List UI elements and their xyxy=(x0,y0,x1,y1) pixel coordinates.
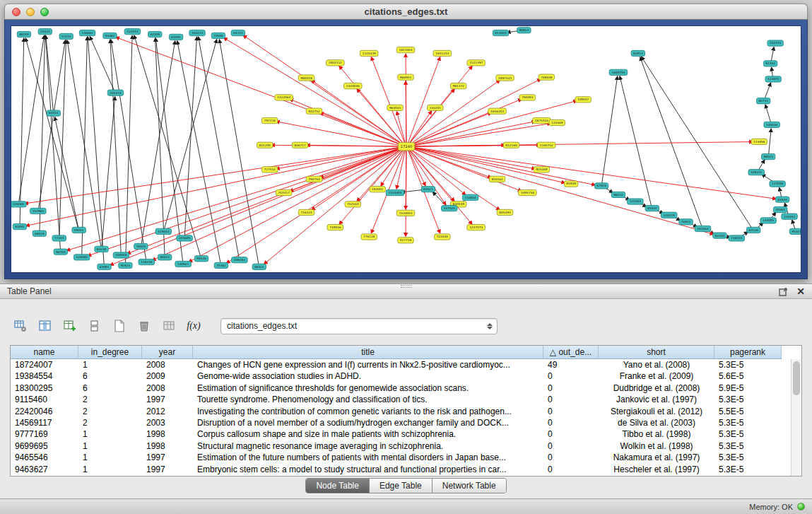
table-cell[interactable]: 18300295 xyxy=(11,382,78,394)
graph-node[interactable]: 776118 xyxy=(361,234,377,240)
graph-node[interactable]: 118230 xyxy=(139,259,155,264)
graph-node[interactable]: 92450 xyxy=(713,233,726,238)
graph-node[interactable]: 73598 xyxy=(211,33,225,38)
table-cell[interactable]: 0 xyxy=(543,440,599,452)
table-cell[interactable]: 5.3E-5 xyxy=(714,428,782,440)
table-cell[interactable]: de Silva et al. (2003) xyxy=(599,417,714,428)
graph-node[interactable]: 86159 xyxy=(17,31,30,37)
table-cell[interactable]: Tibbo et al. (1998) xyxy=(599,428,714,440)
graph-node[interactable]: 103562 xyxy=(695,226,711,231)
graph-node[interactable]: 136402 xyxy=(79,30,95,35)
graph-node[interactable]: 748508 xyxy=(539,74,555,80)
select-columns-icon[interactable] xyxy=(36,317,54,335)
table-cell[interactable]: Dudbridge et al. (2008) xyxy=(599,382,714,394)
table-cell[interactable]: 6 xyxy=(78,370,142,382)
graph-node[interactable]: 84015 xyxy=(47,110,60,116)
graph-node[interactable]: 82913 xyxy=(631,50,645,56)
graph-node[interactable]: 110453 xyxy=(782,214,798,219)
graph-node[interactable]: 85034 xyxy=(645,206,659,211)
panel-resize-grip[interactable] xyxy=(401,285,412,288)
graph-node[interactable]: 76025 xyxy=(134,243,148,249)
table-cell[interactable]: 2003 xyxy=(142,417,193,428)
network-selector[interactable]: citations_edges.txt xyxy=(220,318,498,334)
graph-node[interactable]: 963043 xyxy=(387,105,404,110)
table-cell[interactable]: 0 xyxy=(543,464,599,475)
graph-node[interactable]: 816162 xyxy=(489,176,505,182)
table-cell[interactable]: 5.6E-5 xyxy=(714,370,782,382)
import-table-icon[interactable] xyxy=(160,317,178,335)
table-cell[interactable]: 1997 xyxy=(142,464,193,475)
new-table-icon[interactable] xyxy=(110,317,129,335)
graph-node[interactable]: 123870 xyxy=(765,76,782,82)
graph-node[interactable]: 1534054 xyxy=(396,210,415,216)
graph-node[interactable]: 119043 xyxy=(155,228,172,234)
graph-node[interactable]: 118203 xyxy=(729,235,745,241)
graph-node[interactable]: 980018 xyxy=(298,75,314,81)
graph-node[interactable]: 183002 xyxy=(370,187,386,192)
table-cell[interactable]: 22420046 xyxy=(11,406,78,417)
table-cell[interactable]: Yano et al. (2008) xyxy=(599,359,714,370)
table-panel-header[interactable]: Table Panel ✕ xyxy=(0,284,812,299)
graph-node[interactable]: 63091 xyxy=(98,264,111,269)
graph-node[interactable]: 701417 xyxy=(276,189,292,195)
graph-node[interactable]: 966951 xyxy=(398,74,414,80)
graph-node[interactable]: 1422063 xyxy=(275,95,293,100)
graph-node[interactable]: 1153405 xyxy=(386,189,404,195)
table-cell[interactable]: Stergiakouli et al. (2012) xyxy=(599,406,714,417)
close-panel-icon[interactable]: ✕ xyxy=(796,286,805,296)
table-cell[interactable]: 2 xyxy=(78,394,142,405)
table-cell[interactable]: 2008 xyxy=(142,382,193,394)
graph-node[interactable]: 1802112 xyxy=(326,60,345,66)
float-panel-icon[interactable] xyxy=(779,287,788,296)
graph-node[interactable]: 76841 xyxy=(679,219,693,225)
graph-node[interactable]: 1875516 xyxy=(533,117,551,123)
table-cell[interactable]: Estimation of significance thresholds fo… xyxy=(193,382,543,394)
graph-node[interactable]: 125034 xyxy=(124,29,141,35)
graph-node[interactable]: 67919 xyxy=(594,183,608,189)
graph-node[interactable]: 140236 xyxy=(764,122,780,127)
table-cell[interactable]: 5.3E-5 xyxy=(714,440,782,452)
graph-node[interactable]: 102415 xyxy=(767,40,784,46)
table-cell[interactable]: Franke et al. (2009) xyxy=(599,370,714,382)
window-titlebar[interactable]: citations_edges.txt xyxy=(4,4,808,20)
graph-node[interactable]: 81091 xyxy=(13,223,26,229)
table-cell[interactable]: 14569117 xyxy=(11,417,78,428)
table-cell[interactable]: 5.3E-5 xyxy=(714,452,782,463)
graph-node[interactable]: 727512 xyxy=(261,167,278,173)
table-cell[interactable]: 9463627 xyxy=(11,464,78,475)
table-cell[interactable]: 19384554 xyxy=(11,370,78,382)
table-cell[interactable]: 0 xyxy=(543,452,599,463)
graph-node[interactable]: 87126 xyxy=(747,227,760,233)
graph-node[interactable]: 90813 xyxy=(517,28,531,33)
graph-node[interactable]: 100918 xyxy=(113,252,129,258)
column-header-title[interactable]: title xyxy=(193,346,543,359)
graph-node[interactable]: 109507 xyxy=(575,97,592,103)
column-header-name[interactable]: name xyxy=(11,346,78,359)
table-cell[interactable]: 1997 xyxy=(142,394,193,405)
graph-node[interactable]: 841200 xyxy=(257,142,273,148)
table-cell[interactable]: 49 xyxy=(543,359,599,370)
column-header-short[interactable]: short xyxy=(599,346,714,359)
table-row[interactable]: 1456911722003Disruption of a novel membe… xyxy=(11,417,801,428)
scrollbar-thumb[interactable] xyxy=(793,361,800,395)
table-cell[interactable]: 2012 xyxy=(142,406,193,417)
graph-node[interactable]: 917718 xyxy=(398,238,414,243)
graph-node[interactable]: 88321 xyxy=(252,264,266,269)
graph-node[interactable]: 942752 xyxy=(306,108,322,114)
graph-node[interactable]: 85949 xyxy=(564,181,577,187)
graph-node[interactable]: 55723 xyxy=(231,30,245,35)
graph-node[interactable]: 84230 xyxy=(95,246,108,252)
table-row[interactable]: 946554611997Estimation of the future num… xyxy=(11,452,801,463)
table-cell[interactable]: Tourette syndrome. Phenomenology and cla… xyxy=(193,394,543,405)
graph-node[interactable]: 752544 xyxy=(345,201,361,207)
graph-node[interactable]: 790754 xyxy=(306,176,322,182)
tab-edge-table[interactable]: Edge Table xyxy=(370,479,433,493)
table-cell[interactable]: 2009 xyxy=(142,370,193,382)
table-row[interactable]: 1938455462009Genome-wide association stu… xyxy=(11,370,801,382)
graph-node[interactable]: 82734 xyxy=(756,98,770,104)
graph-node[interactable]: 62149 xyxy=(148,31,162,37)
table-row[interactable]: 1872400712008Changes of HCN gene express… xyxy=(11,359,801,370)
column-header-pagerank[interactable]: pagerank xyxy=(714,346,782,359)
graph-node[interactable]: 205315 xyxy=(107,90,124,95)
table-cell[interactable]: Jankovic et al. (1997) xyxy=(599,394,714,405)
